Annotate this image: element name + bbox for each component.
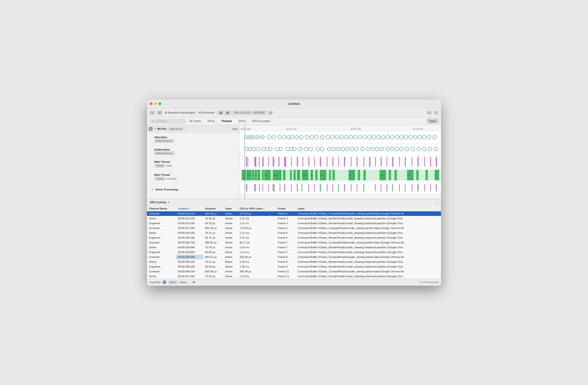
svg-text:Co...: Co... (311, 174, 315, 176)
svg-rect-199 (436, 184, 437, 191)
svg-text:Com...: Com... (380, 174, 385, 176)
svg-rect-136 (329, 170, 331, 180)
svg-point-21 (345, 135, 348, 139)
device-icon: 🖥 (165, 111, 168, 114)
svg-point-19 (335, 135, 339, 139)
col-frame[interactable]: Frame (276, 206, 296, 211)
tab-threads[interactable]: Threads (218, 119, 235, 124)
title-bar: Untitled (147, 99, 441, 108)
svg-point-20 (340, 135, 344, 139)
svg-rect-130 (294, 170, 296, 180)
svg-point-80 (411, 147, 415, 151)
svg-point-48 (252, 147, 255, 151)
col-label[interactable]: Label (296, 206, 441, 211)
filter-any[interactable]: ANY ▾ (168, 281, 178, 284)
svg-point-9 (287, 135, 291, 139)
prev-run-button[interactable]: ◀ (217, 111, 224, 115)
svg-rect-180 (314, 184, 315, 191)
table-row[interactable]: Fragment00:00.029,80565.83 μsActive1.14 … (147, 250, 441, 254)
svg-point-7 (278, 135, 282, 139)
col-channel[interactable]: Channel Name (147, 206, 176, 211)
filter-badge[interactable]: ⊙ (163, 280, 166, 284)
add-button[interactable]: + (426, 111, 432, 115)
col-latency[interactable]: CPU to GPU Laten... (238, 206, 276, 211)
table-row[interactable]: Vertex00:00.039,24075.21 μsActive1.28 ms… (147, 259, 441, 264)
table-body: Compute00:00.013,315904.46 μsActive373.3… (147, 211, 441, 279)
info-button[interactable]: ℹ (268, 111, 273, 115)
remove-button[interactable]: − (434, 111, 439, 115)
svg-point-40 (433, 135, 437, 139)
next-run-button[interactable]: ▶ (225, 111, 231, 115)
svg-rect-137 (333, 170, 335, 180)
svg-point-53 (276, 147, 279, 151)
svg-point-72 (371, 147, 375, 151)
search-box[interactable]: ⊙ Track Filter (149, 119, 186, 123)
svg-text:ϕ: ϕ (262, 136, 263, 138)
minimize-button[interactable] (154, 102, 157, 105)
svg-rect-114 (412, 157, 413, 167)
tab-gpu-counters[interactable]: GPU Counters (249, 119, 273, 124)
table-row[interactable]: Vertex00:00.028,19574.21 μsActive1.11 ms… (147, 230, 441, 235)
table-row[interactable]: Compute00:00.038,306903.21 μsActive343.4… (147, 254, 441, 259)
svg-point-66 (341, 147, 345, 151)
driver-vis (240, 182, 441, 193)
filter-toggle[interactable]: ■ (193, 280, 195, 284)
table-row[interactable]: Fragment00:00.014,35565.29 μsActive1.41 … (147, 221, 441, 226)
svg-rect-146 (426, 170, 428, 180)
svg-point-11 (295, 135, 299, 139)
svg-point-79 (405, 147, 409, 151)
svg-text:C: C (435, 174, 436, 176)
table-row[interactable]: Fragment00:00.039,34465.58 μsActive1.38 … (147, 264, 441, 269)
maximize-button[interactable] (158, 102, 161, 105)
svg-rect-85 (246, 157, 247, 167)
main-thread-1-label: Main Thread (154, 160, 172, 163)
timeline-ruler: 00:00.000 00:00.100 00:00.200 00:00.300 (240, 125, 441, 131)
svg-text:Com...: Com... (247, 174, 252, 176)
tab-cpus[interactable]: CPUs (204, 119, 218, 124)
svg-point-73 (376, 147, 379, 151)
table-row[interactable]: Compute00:00.046,324903.00 μsActive395.3… (147, 269, 441, 274)
table-row[interactable]: Vertex00:00.047,26075.50 μsActive1.33 ms… (147, 274, 441, 279)
svg-rect-98 (314, 157, 315, 167)
svg-point-76 (390, 147, 394, 151)
back-button[interactable]: ◁ (149, 111, 155, 115)
main-thread-2-vis: C... Com... C... C... C... C... Com... C… (240, 168, 441, 182)
svg-rect-131 (297, 170, 300, 180)
svg-point-30 (386, 135, 390, 139)
driver-expand-icon[interactable]: ▶ (152, 188, 153, 191)
save-button[interactable]: Save (426, 119, 439, 124)
pause-icon: ⏸ (158, 111, 161, 114)
table-row[interactable]: Fragment00:00.028,29665.75 μsActive1.21 … (147, 235, 441, 240)
table-row[interactable]: Vertex00:00.029,69675.79 μsActive1.03 ms… (147, 245, 441, 250)
svg-point-71 (366, 147, 370, 151)
svg-rect-110 (387, 157, 387, 167)
table-row[interactable]: Vertex00:00.014,25374.58 μsActive1.31 ms… (147, 216, 441, 221)
svg-point-24 (358, 135, 362, 139)
col-state[interactable]: State (224, 206, 238, 211)
svg-point-74 (380, 147, 384, 151)
svg-text:Co...: Co... (407, 174, 411, 176)
svg-point-57 (293, 147, 296, 151)
filter-dot: ● (189, 281, 191, 284)
svg-text:C...: C... (315, 174, 318, 176)
tab-all-tracks[interactable]: All Tracks (186, 119, 204, 124)
svg-point-37 (418, 135, 422, 139)
svg-text:C...: C... (252, 174, 255, 176)
close-button[interactable] (150, 102, 152, 105)
col-creation[interactable]: Creation ↑ (176, 206, 203, 211)
tab-gpus[interactable]: GPUs (235, 119, 249, 124)
thread-badge-2: Thread (154, 177, 165, 181)
collapse-btn[interactable]: ⬜ (436, 201, 438, 204)
pause-button[interactable]: ⏸ (157, 111, 163, 115)
svg-rect-181 (320, 184, 321, 191)
col-duration[interactable]: Duration (203, 206, 224, 211)
svg-point-69 (355, 147, 358, 151)
svg-text:Comm...: Comm... (273, 174, 279, 176)
gpu-table[interactable]: Channel Name Creation ↑ Duration State C… (147, 206, 441, 279)
svg-point-26 (368, 135, 371, 139)
table-row[interactable]: Compute00:00.028,756900.50 μsActive86.17… (147, 240, 441, 245)
toolbar: ◁ ⏸ 🖥 fbeaufort-macbookpro › All Process… (147, 108, 441, 117)
table-row[interactable]: Compute00:00.027,260904.33 μsActive175.0… (147, 226, 441, 230)
svg-point-67 (346, 147, 349, 151)
table-row[interactable]: Compute00:00.013,315904.46 μsActive373.3… (147, 211, 441, 216)
